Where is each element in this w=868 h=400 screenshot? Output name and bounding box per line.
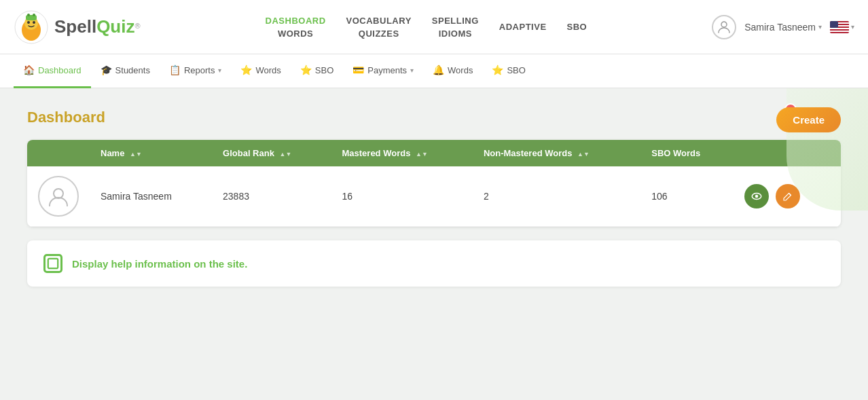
- svg-point-8: [721, 22, 727, 27]
- svg-point-4: [33, 21, 35, 24]
- create-button[interactable]: Create: [776, 107, 841, 132]
- nav-idioms[interactable]: IDIOMS: [439, 29, 472, 39]
- top-nav: SpellQuiz® DASHBOARD WORDS VOCABULARY QU…: [0, 0, 868, 54]
- logo: SpellQuiz®: [14, 10, 141, 45]
- nav-quizzes[interactable]: QUIZZES: [359, 29, 399, 39]
- mastered-sort-icon: ▲▼: [416, 151, 428, 158]
- dashboard-icon: 🏠: [23, 65, 35, 75]
- svg-rect-13: [830, 31, 849, 32]
- sbo-star-2-icon: ⭐: [492, 65, 503, 75]
- subnav-sbo-2[interactable]: ⭐ SBO: [482, 54, 535, 88]
- table-row: Samira Tasneem 23883 16 2 106: [27, 166, 841, 227]
- user-avatar-icon: [712, 15, 736, 39]
- svg-point-15: [54, 189, 63, 198]
- help-card: Display help information on the site.: [27, 240, 841, 287]
- nav-adaptive[interactable]: ADAPTIVE: [499, 22, 547, 32]
- dashboard-table-card: Name ▲▼ Global Rank ▲▼ Mastered Words ▲▼…: [27, 140, 841, 227]
- menu-col-3: SPELLING IDIOMS: [432, 16, 479, 39]
- square-icon: [47, 257, 59, 270]
- row-avatar: [38, 176, 79, 217]
- col-sbo-words: SBO Words: [640, 140, 734, 166]
- students-table: Name ▲▼ Global Rank ▲▼ Mastered Words ▲▼…: [27, 140, 841, 227]
- svg-point-3: [27, 21, 30, 24]
- menu-col-4: ADAPTIVE: [499, 22, 547, 32]
- row-name: Samira Tasneem: [90, 166, 212, 227]
- svg-rect-18: [48, 259, 58, 268]
- help-text: Display help information on the site.: [72, 258, 247, 270]
- subnav-dashboard[interactable]: 🏠 Dashboard: [14, 54, 91, 88]
- words-bell-icon: 🔔: [433, 65, 444, 75]
- row-avatar-cell: [27, 166, 90, 227]
- menu-col-2: VOCABULARY QUIZZES: [346, 16, 412, 39]
- subnav-reports[interactable]: 📋 Reports ▾: [160, 54, 232, 88]
- col-name[interactable]: Name ▲▼: [90, 140, 212, 166]
- avatar-placeholder-icon: [46, 184, 71, 208]
- main-content: Dashboard Create Name ▲▼ Global Rank ▲▼: [0, 88, 868, 400]
- words-star-icon: ⭐: [240, 65, 252, 75]
- svg-rect-14: [830, 21, 838, 28]
- nav-dashboard[interactable]: DASHBOARD: [266, 16, 326, 26]
- subnav-students[interactable]: 🎓 Students: [91, 54, 160, 88]
- svg-point-7: [33, 14, 35, 16]
- nav-sbo[interactable]: SBO: [567, 22, 587, 32]
- table-body: Samira Tasneem 23883 16 2 106: [27, 166, 841, 227]
- svg-rect-12: [830, 28, 849, 29]
- row-global-rank: 23883: [212, 166, 331, 227]
- menu-col-1: DASHBOARD WORDS: [266, 16, 326, 39]
- reports-icon: 📋: [169, 65, 181, 75]
- sub-nav: 🏠 Dashboard 🎓 Students 📋 Reports ▾ ⭐ Wor…: [0, 54, 868, 88]
- subnav-words[interactable]: ⭐ Words: [231, 54, 290, 88]
- user-dropdown-chevron: ▾: [818, 23, 822, 31]
- svg-point-6: [27, 14, 30, 16]
- flag-dropdown-chevron: ▾: [851, 23, 854, 31]
- view-button[interactable]: [744, 184, 769, 208]
- subnav-sbo[interactable]: ⭐ SBO: [291, 54, 343, 88]
- edit-icon: [782, 190, 794, 202]
- name-sort-icon: ▲▼: [130, 151, 142, 158]
- col-mastered-words[interactable]: Mastered Words ▲▼: [331, 140, 472, 166]
- row-non-mastered-words: 2: [473, 166, 640, 227]
- non-mastered-sort-icon: ▲▼: [577, 151, 590, 158]
- subnav-words-2[interactable]: 🔔 Words: [423, 54, 482, 88]
- main-menu: DASHBOARD WORDS VOCABULARY QUIZZES SPELL…: [266, 16, 587, 39]
- payments-icon: 💳: [352, 65, 364, 75]
- help-box-icon: [43, 254, 62, 273]
- user-area: Samira Tasneem ▾ ▾: [712, 15, 854, 39]
- eye-icon: [751, 190, 763, 202]
- sbo-star-icon: ⭐: [300, 65, 312, 75]
- col-non-mastered-words[interactable]: Non-Mastered Words ▲▼: [473, 140, 640, 166]
- reports-chevron: ▾: [218, 67, 221, 74]
- nav-vocabulary[interactable]: VOCABULARY: [346, 16, 412, 26]
- row-sbo-words: 106: [640, 166, 734, 227]
- menu-col-5: SBO: [567, 22, 587, 32]
- row-mastered-words: 16: [331, 166, 472, 227]
- students-icon: 🎓: [101, 65, 112, 75]
- user-name[interactable]: Samira Tasneem ▾: [744, 22, 822, 33]
- subnav-payments[interactable]: 💳 Payments ▾: [343, 54, 423, 88]
- col-global-rank[interactable]: Global Rank ▲▼: [212, 140, 331, 166]
- svg-point-17: [755, 195, 759, 198]
- page-title: Dashboard: [27, 109, 841, 126]
- logo-text: SpellQuiz®: [54, 16, 141, 37]
- nav-words[interactable]: WORDS: [278, 29, 313, 39]
- col-avatar: [27, 140, 90, 166]
- logo-mascot-icon: [14, 10, 49, 45]
- nav-spelling[interactable]: SPELLING: [432, 16, 479, 26]
- language-selector[interactable]: ▾: [830, 21, 854, 33]
- us-flag-icon: [830, 21, 849, 33]
- payments-chevron: ▾: [410, 67, 414, 74]
- rank-sort-icon: ▲▼: [280, 151, 292, 158]
- table-header: Name ▲▼ Global Rank ▲▼ Mastered Words ▲▼…: [27, 140, 841, 166]
